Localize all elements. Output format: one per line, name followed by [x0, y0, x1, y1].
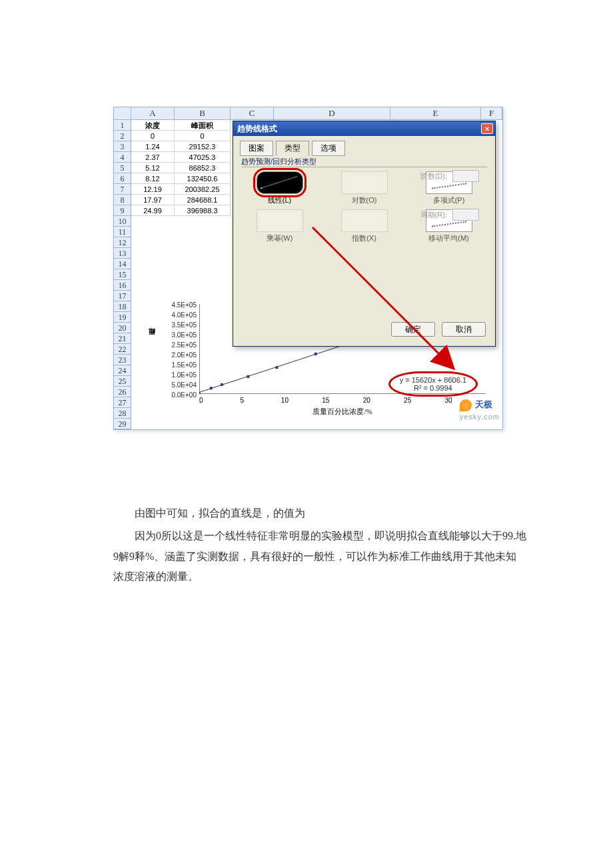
tab-type[interactable]: 类型 — [276, 141, 309, 156]
row-header-2[interactable]: 2 — [114, 131, 131, 141]
row-header-4[interactable]: 4 — [114, 152, 131, 163]
chart-x-axis: 051015202530 — [199, 397, 486, 404]
cell-B1[interactable]: 峰面积 — [175, 120, 231, 131]
row-header-17[interactable]: 17 — [114, 291, 131, 301]
row-header-3[interactable]: 3 — [114, 141, 131, 152]
row-header-27[interactable]: 27 — [114, 397, 131, 408]
close-icon[interactable]: × — [481, 123, 493, 134]
period-label: 周期(R): — [420, 210, 447, 220]
power-preview-icon — [257, 209, 303, 232]
row-header-9[interactable]: 9 — [114, 205, 131, 216]
row-header-5[interactable]: 5 — [114, 163, 131, 173]
row-header-20[interactable]: 20 — [114, 323, 131, 333]
cell-A8[interactable]: 17.97 — [131, 195, 175, 205]
row-header-6[interactable]: 6 — [114, 173, 131, 184]
article-paragraph-2: 因为0所以这是一个线性特征非常明显的实验模型，即说明拟合直线能够以大于99.地9… — [113, 526, 526, 587]
cell-B9[interactable]: 396988.3 — [175, 205, 231, 216]
watermark-brand: 天极 — [475, 399, 492, 409]
dialog-title: 趋势线格式 — [237, 123, 277, 135]
tianji-logo-icon — [460, 399, 472, 411]
cell-A9[interactable]: 24.99 — [131, 205, 175, 216]
row-header-16[interactable]: 16 — [114, 280, 131, 291]
row-header-11[interactable]: 11 — [114, 227, 131, 237]
row-header-7[interactable]: 7 — [114, 184, 131, 195]
row-header-19[interactable]: 19 — [114, 312, 131, 323]
type-logarithmic[interactable]: 对数(O) — [327, 171, 401, 205]
row-header-24[interactable]: 24 — [114, 365, 131, 376]
row-header-28[interactable]: 28 — [114, 408, 131, 419]
cell-B8[interactable]: 284688.1 — [175, 195, 231, 205]
select-all-corner[interactable] — [114, 107, 131, 119]
cell-A6[interactable]: 8.12 — [131, 173, 175, 184]
type-power[interactable]: 乘幂(W) — [243, 209, 316, 243]
row-header-8[interactable]: 8 — [114, 195, 131, 205]
col-header-F[interactable]: F — [481, 107, 502, 119]
row-header-18[interactable]: 18 — [114, 301, 131, 312]
x-tick: 20 — [363, 397, 404, 404]
cell-A2[interactable]: 0 — [131, 131, 175, 141]
watermark: 天极 yesky.com — [460, 399, 500, 421]
col-header-A[interactable]: A — [131, 107, 175, 119]
tab-options[interactable]: 选项 — [312, 141, 345, 156]
row-header-26[interactable]: 26 — [114, 387, 131, 397]
dialog-tabs: 图案 类型 选项 — [233, 136, 495, 155]
col-header-B[interactable]: B — [175, 107, 231, 119]
trendline-equation: y = 15620x + 8606.1 — [400, 376, 466, 384]
trendline-r-squared: R² = 0.9994 — [400, 384, 466, 392]
y-tick: 1.0E+05 — [151, 370, 197, 380]
y-tick: 4.0E+05 — [151, 310, 197, 320]
trendline-equation-box: y = 15620x + 8606.1 R² = 0.9994 — [388, 371, 478, 397]
col-header-C[interactable]: C — [231, 107, 274, 119]
type-power-label: 乘幂(W) — [243, 233, 316, 243]
row-header-29[interactable]: 29 — [114, 419, 131, 429]
cell-B2[interactable]: 0 — [175, 131, 231, 141]
dialog-titlebar[interactable]: 趋势线格式 × — [233, 121, 495, 136]
row-header-13[interactable]: 13 — [114, 248, 131, 259]
tab-pattern[interactable]: 图案 — [240, 141, 273, 156]
type-polynomial-label: 多项式(P) — [412, 195, 486, 205]
cell-B3[interactable]: 29152.3 — [175, 141, 231, 152]
cell-A4[interactable]: 2.37 — [131, 152, 175, 163]
col-header-E[interactable]: E — [390, 107, 481, 119]
trendline-format-dialog: 趋势线格式 × 图案 类型 选项 趋势预测/回归分析类型 线性(L) 对数(O) — [233, 121, 496, 347]
chart-y-axis: 4.5E+054.0E+053.5E+053.0E+052.5E+052.0E+… — [151, 300, 197, 400]
row-header-22[interactable]: 22 — [114, 344, 131, 355]
cell-B7[interactable]: 200382.25 — [175, 184, 231, 195]
cell-A1[interactable]: 浓度 — [131, 120, 175, 131]
type-linear[interactable]: 线性(L) — [243, 171, 316, 205]
cancel-button[interactable]: 取消 — [442, 322, 486, 337]
row-header-1[interactable]: 1 — [114, 120, 131, 131]
article-text: 由图中可知，拟合的直线是，的值为 因为0所以这是一个线性特征非常明显的实验模型，… — [113, 503, 526, 587]
article-paragraph-1: 由图中可知，拟合的直线是，的值为 — [113, 503, 526, 523]
row-header-15[interactable]: 15 — [114, 269, 131, 280]
row-header-14[interactable]: 14 — [114, 259, 131, 269]
row-header-25[interactable]: 25 — [114, 376, 131, 387]
row-header-21[interactable]: 21 — [114, 333, 131, 344]
cell-B5[interactable]: 86852.3 — [175, 163, 231, 173]
col-header-D[interactable]: D — [274, 107, 390, 119]
column-header-row: A B C D E F — [114, 107, 502, 120]
y-tick: 3.0E+05 — [151, 330, 197, 340]
y-tick: 5.0E+04 — [151, 380, 197, 390]
watermark-domain: yesky.com — [460, 413, 500, 421]
svg-rect-2 — [199, 393, 201, 394]
linear-preview-icon — [257, 171, 303, 194]
cell-A3[interactable]: 1.24 — [131, 141, 175, 152]
y-tick: 1.5E+05 — [151, 360, 197, 370]
row-header-12[interactable]: 12 — [114, 237, 131, 248]
cell-A7[interactable]: 12.19 — [131, 184, 175, 195]
cell-A5[interactable]: 5.12 — [131, 163, 175, 173]
type-linear-label: 线性(L) — [243, 195, 316, 205]
type-moving-average-label: 移动平均(M) — [412, 233, 486, 243]
ok-button[interactable]: 确定 — [391, 322, 435, 337]
period-spinner — [452, 209, 479, 221]
excel-screenshot: A B C D E F 1234567891011121314151617181… — [113, 107, 503, 430]
row-header-10[interactable]: 10 — [114, 216, 131, 227]
cell-B6[interactable]: 132450.6 — [175, 173, 231, 184]
cell-B4[interactable]: 47025.3 — [175, 152, 231, 163]
order-label: 阶数(D): — [420, 171, 447, 181]
x-tick: 5 — [240, 397, 281, 404]
type-exponential[interactable]: 指数(X) — [327, 209, 401, 243]
row-header-23[interactable]: 23 — [114, 355, 131, 365]
x-tick: 0 — [199, 397, 240, 404]
